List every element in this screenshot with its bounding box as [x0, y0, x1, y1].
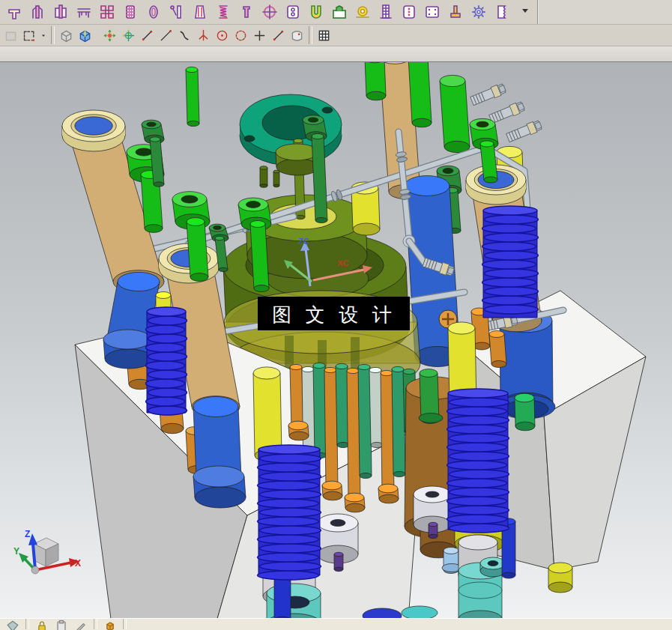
sketch-line-icon[interactable]: [138, 26, 156, 44]
trim-tool-icon[interactable]: [305, 1, 327, 22]
toolbar-empty-strip: [0, 46, 672, 63]
triad-origin-ball: [31, 566, 39, 574]
part-box-icon[interactable]: [100, 619, 120, 630]
insert-block-icon[interactable]: [119, 1, 141, 22]
plate-holes-icon[interactable]: [282, 1, 303, 22]
line-endpoint-icon[interactable]: [157, 26, 175, 44]
mold-settings-gear-icon[interactable]: [467, 1, 489, 22]
datum-face-icon[interactable]: [288, 26, 306, 44]
marquee-dropdown-arrow[interactable]: [39, 26, 48, 44]
triad-x-label: X: [75, 558, 81, 569]
standard-part-icon[interactable]: [49, 1, 71, 22]
gate-insert-icon[interactable]: [189, 1, 211, 22]
ejector-pin-head[interactable]: [378, 484, 399, 503]
coil-spring[interactable]: [482, 206, 539, 318]
lock-icon[interactable]: [32, 619, 52, 630]
ejector-pin-icon[interactable]: [235, 1, 257, 22]
stop-pin-icon[interactable]: [444, 1, 466, 22]
toolbar-overflow-button[interactable]: [514, 1, 536, 22]
diagonal-line-icon[interactable]: [269, 26, 287, 44]
guide-pillar-flange[interactable]: [193, 466, 246, 508]
spacer[interactable]: [548, 563, 572, 593]
annotate-pen-icon[interactable]: [71, 619, 91, 630]
move-component-icon[interactable]: [100, 26, 118, 44]
hot-runner-icon[interactable]: [351, 1, 373, 22]
clamp-plate-icon[interactable]: [421, 1, 443, 22]
ejector-pin-head[interactable]: [288, 421, 309, 440]
cad-application-window: ZC XC 图 文 设 计 Z X: [0, 0, 672, 630]
guide-bushing-top[interactable]: [62, 110, 125, 151]
support-pin[interactable]: [489, 331, 506, 368]
pocket-tool-icon[interactable]: [328, 1, 350, 22]
ejector-pin-head[interactable]: [322, 481, 342, 500]
angle-pin-icon[interactable]: [166, 1, 187, 22]
stop-button-stem[interactable]: [334, 553, 343, 572]
spring-icon[interactable]: [212, 1, 234, 22]
navigator-gem-icon[interactable]: [3, 619, 22, 630]
screw-plate-icon[interactable]: [398, 1, 420, 22]
clipboard-icon[interactable]: [52, 619, 71, 630]
screw[interactable]: [408, 62, 432, 127]
circle-center-icon[interactable]: [213, 26, 231, 44]
mold-base-icon[interactable]: [73, 1, 94, 22]
view-tools-toolbar: [0, 25, 672, 46]
wcs-z-label: ZC: [298, 237, 309, 246]
pocket-serration-icon[interactable]: [491, 1, 512, 22]
toolbar-separator: [123, 619, 127, 629]
toolbar-separator: [94, 619, 97, 629]
watermark-text: 图 文 设 计: [272, 304, 396, 326]
ejector-assembly-icon[interactable]: [26, 1, 48, 22]
toolbar-separator: [25, 619, 29, 629]
screw[interactable]: [440, 76, 470, 153]
locating-ring-icon[interactable]: [258, 1, 280, 22]
screw[interactable]: [365, 62, 386, 100]
slider-core-icon[interactable]: [96, 1, 118, 22]
coil-spring[interactable]: [146, 307, 187, 415]
stop-button-stem[interactable]: [429, 523, 438, 539]
toolbar-separator: [309, 26, 312, 44]
cap-screw-shaft[interactable]: [187, 218, 208, 282]
o-ring-icon[interactable]: [142, 1, 164, 22]
support-pillar-icon[interactable]: [375, 1, 396, 22]
ring-pin[interactable]: [273, 170, 279, 187]
grid-display-icon[interactable]: [315, 26, 333, 44]
green-pin[interactable]: [515, 393, 535, 431]
sketch-point-icon[interactable]: [194, 26, 212, 44]
viewport-3d[interactable]: ZC XC 图 文 设 计 Z X: [0, 62, 672, 618]
triad-y-label: Y: [13, 546, 19, 557]
screw[interactable]: [186, 67, 199, 127]
sketch-circle-icon[interactable]: [231, 26, 249, 44]
coil-spring[interactable]: [447, 389, 509, 533]
toolbar-empty-area: [537, 0, 672, 24]
ejector-pin-head[interactable]: [345, 493, 365, 512]
watermark: 图 文 设 计: [258, 297, 410, 330]
marquee-select-icon[interactable]: [20, 26, 38, 44]
toolbar-separator: [51, 26, 55, 44]
select-filter-icon[interactable]: [1, 26, 19, 44]
dynamic-move-icon[interactable]: [119, 26, 137, 44]
point-plus-icon[interactable]: [250, 26, 268, 44]
wcs-x-label: XC: [337, 258, 348, 267]
ring-pin[interactable]: [260, 166, 267, 188]
shaded-view-icon[interactable]: [57, 26, 75, 44]
guide-pillar-flange[interactable]: [103, 330, 153, 369]
mold-tools-toolbar: [0, 0, 672, 25]
coil-spring[interactable]: [258, 445, 321, 580]
wireframe-view-icon[interactable]: [76, 26, 94, 44]
status-bar: [0, 618, 672, 630]
sprue-puller-icon[interactable]: [3, 1, 25, 22]
triad-z-label: Z: [25, 529, 30, 539]
sketch-arc-icon[interactable]: [175, 26, 193, 44]
